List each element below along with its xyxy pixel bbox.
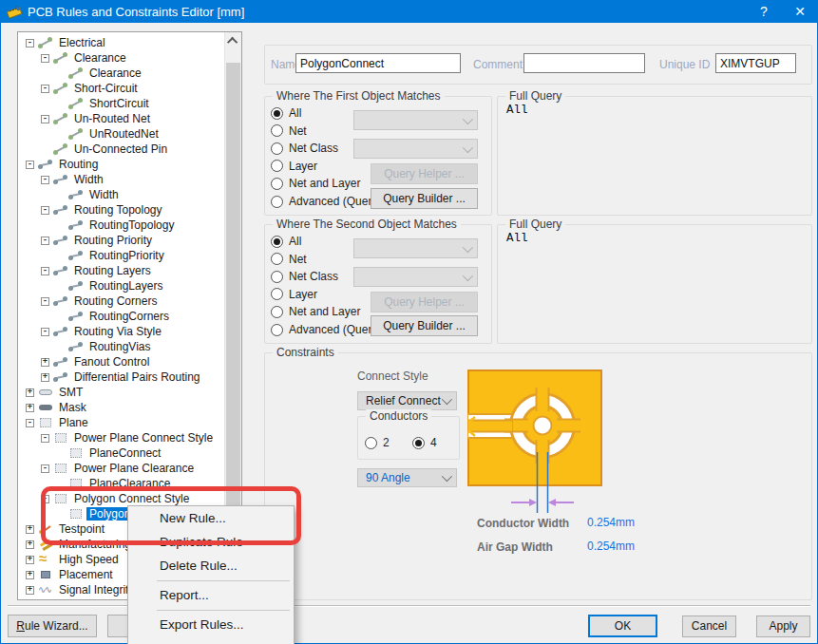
second-net-combo[interactable] bbox=[353, 238, 478, 258]
tree-item[interactable]: - Routing Corners bbox=[18, 294, 225, 309]
tree-expand-toggle[interactable]: + bbox=[26, 586, 34, 595]
tree-item[interactable]: - Polygon Connect Style bbox=[18, 491, 225, 506]
radio-icon[interactable] bbox=[271, 288, 283, 300]
rule-wizard-button[interactable]: Rule Wizard... bbox=[8, 615, 97, 637]
tree-item[interactable]: - Routing bbox=[18, 157, 225, 172]
tree-expand-toggle[interactable] bbox=[56, 510, 65, 519]
tree-expand-toggle[interactable]: + bbox=[41, 358, 49, 367]
match-radio-option[interactable]: All bbox=[271, 105, 301, 121]
help-icon[interactable]: ? bbox=[748, 0, 780, 23]
radio-icon[interactable] bbox=[271, 253, 283, 265]
tree-item[interactable]: + Differential Pairs Routing bbox=[18, 369, 225, 385]
radio-icon[interactable] bbox=[271, 271, 283, 283]
tree-expand-toggle[interactable]: - bbox=[41, 267, 49, 275]
tree-item[interactable]: + Fanout Control bbox=[18, 354, 225, 369]
close-icon[interactable]: ✕ bbox=[784, 0, 816, 23]
tree-item[interactable]: UnRoutedNet bbox=[18, 126, 225, 142]
match-radio-option[interactable]: Net bbox=[271, 252, 307, 267]
tree-expand-toggle[interactable]: - bbox=[41, 237, 49, 245]
tree-item[interactable]: + SMT bbox=[18, 385, 225, 400]
radio-icon[interactable] bbox=[271, 160, 283, 172]
tree-expand-toggle[interactable] bbox=[56, 480, 65, 488]
tree-expand-toggle[interactable] bbox=[41, 145, 49, 154]
first-query-helper-button[interactable]: Query Helper ... bbox=[371, 163, 478, 184]
tree-item[interactable]: - Power Plane Connect Style bbox=[18, 430, 225, 445]
tree-item[interactable]: RoutingLayers bbox=[18, 278, 225, 294]
tree-expand-toggle[interactable] bbox=[56, 343, 65, 351]
tree-item[interactable]: RoutingCorners bbox=[18, 309, 225, 324]
radio-icon[interactable] bbox=[271, 142, 283, 155]
conductor-radio-option[interactable]: 4 bbox=[412, 435, 437, 450]
context-menu-item[interactable]: Duplicate Rule bbox=[128, 530, 294, 554]
second-query-helper-button[interactable]: Query Helper ... bbox=[371, 292, 478, 313]
tree-expand-toggle[interactable]: - bbox=[26, 419, 34, 427]
context-menu-item[interactable]: New Rule... bbox=[128, 506, 294, 530]
name-input[interactable] bbox=[295, 53, 461, 73]
match-radio-option[interactable]: Net Class bbox=[271, 269, 338, 284]
unique-id-input[interactable] bbox=[715, 53, 796, 73]
tree-item[interactable]: RoutingPriority bbox=[18, 248, 225, 263]
match-radio-option[interactable]: Net and Layer bbox=[271, 176, 360, 191]
tree-item[interactable]: - Electrical bbox=[18, 35, 225, 50]
tree-item[interactable]: - Short-Circuit bbox=[18, 81, 225, 96]
tree-item[interactable]: RoutingTopology bbox=[18, 218, 225, 233]
angle-combo[interactable]: 90 Angle bbox=[357, 468, 457, 487]
match-radio-option[interactable]: Layer bbox=[271, 159, 317, 174]
radio-icon[interactable] bbox=[271, 236, 283, 248]
tree-expand-toggle[interactable] bbox=[56, 191, 65, 199]
match-radio-option[interactable]: Net bbox=[271, 123, 307, 139]
tree-expand-toggle[interactable] bbox=[56, 130, 65, 139]
radio-icon[interactable] bbox=[271, 107, 283, 120]
tree-expand-toggle[interactable]: - bbox=[41, 54, 49, 63]
tree-expand-toggle[interactable]: + bbox=[26, 525, 34, 534]
tree-expand-toggle[interactable] bbox=[56, 69, 65, 78]
tree-expand-toggle[interactable]: + bbox=[26, 571, 34, 579]
first-net-combo[interactable] bbox=[353, 110, 478, 130]
tree-expand-toggle[interactable]: - bbox=[41, 328, 49, 336]
apply-button[interactable]: Apply bbox=[756, 616, 810, 637]
first-netclass-combo[interactable] bbox=[353, 139, 478, 159]
connect-style-combo[interactable]: Relief Connect bbox=[357, 391, 457, 410]
tree-expand-toggle[interactable]: - bbox=[41, 434, 49, 443]
second-netclass-combo[interactable] bbox=[353, 267, 478, 287]
match-radio-option[interactable]: Net Class bbox=[271, 141, 338, 156]
scrollbar-thumb[interactable] bbox=[226, 63, 240, 509]
tree-expand-toggle[interactable]: - bbox=[26, 161, 34, 169]
tree-expand-toggle[interactable] bbox=[56, 313, 65, 321]
tree-expand-toggle[interactable]: - bbox=[41, 495, 49, 503]
ok-button[interactable]: OK bbox=[588, 615, 657, 637]
radio-icon[interactable] bbox=[271, 196, 283, 208]
match-radio-option[interactable]: All bbox=[271, 234, 301, 249]
tree-expand-toggle[interactable]: + bbox=[26, 540, 34, 549]
first-query-builder-button[interactable]: Query Builder ... bbox=[371, 188, 478, 209]
tree-item[interactable]: PlaneClearance bbox=[18, 476, 225, 491]
tree-item[interactable]: Clearance bbox=[18, 66, 225, 81]
tree-item[interactable]: - Routing Layers bbox=[18, 263, 225, 278]
radio-icon[interactable] bbox=[271, 324, 283, 336]
match-radio-option[interactable]: Layer bbox=[271, 287, 317, 302]
tree-expand-toggle[interactable]: - bbox=[41, 297, 49, 306]
radio-icon[interactable] bbox=[271, 124, 283, 137]
tree-item[interactable]: - Routing Priority bbox=[18, 233, 225, 248]
second-query-builder-button[interactable]: Query Builder ... bbox=[371, 315, 478, 336]
tree-expand-toggle[interactable] bbox=[56, 449, 65, 458]
tree-expand-toggle[interactable] bbox=[56, 252, 65, 260]
tree-expand-toggle[interactable] bbox=[56, 100, 65, 108]
tree-item[interactable]: - Routing Via Style bbox=[18, 324, 225, 339]
tree-expand-toggle[interactable] bbox=[56, 282, 65, 291]
conductor-radio-option[interactable]: 2 bbox=[365, 435, 390, 450]
tree-item[interactable]: ShortCircuit bbox=[18, 96, 225, 111]
tree-item[interactable]: Width bbox=[18, 187, 225, 202]
tree-item[interactable]: Un-Connected Pin bbox=[18, 142, 225, 157]
tree-item[interactable]: - Clearance bbox=[18, 50, 225, 66]
tree-item[interactable]: - Plane bbox=[18, 415, 225, 430]
tree-expand-toggle[interactable]: + bbox=[26, 388, 34, 397]
tree-expand-toggle[interactable]: - bbox=[41, 206, 49, 215]
tree-item[interactable]: RoutingVias bbox=[18, 339, 225, 354]
tree-expand-toggle[interactable]: - bbox=[41, 85, 49, 93]
context-menu-item[interactable]: Import Rules... bbox=[128, 636, 294, 644]
context-menu-item[interactable]: Export Rules... bbox=[128, 613, 294, 636]
tree-expand-toggle[interactable] bbox=[56, 221, 65, 230]
radio-icon[interactable] bbox=[271, 178, 283, 190]
comment-input[interactable] bbox=[523, 53, 645, 73]
